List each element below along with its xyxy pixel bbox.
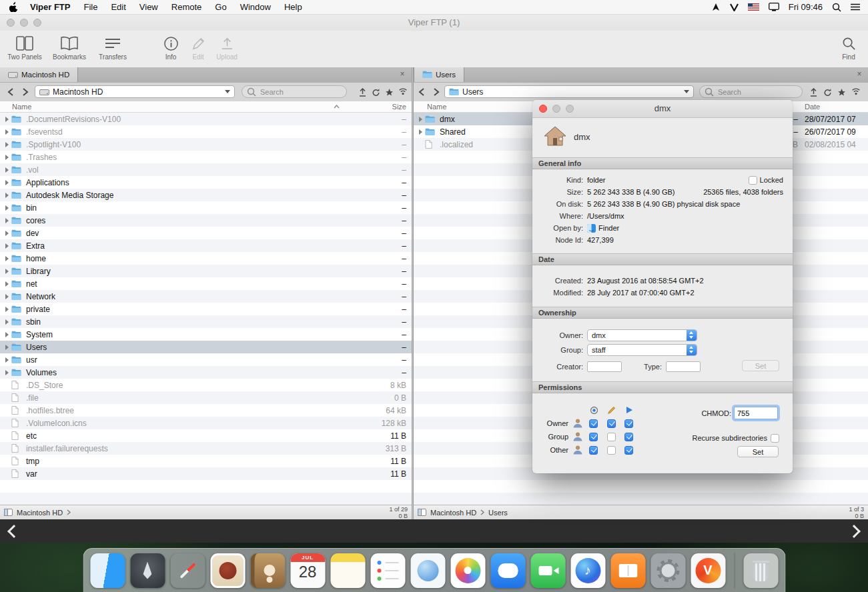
- disclosure-triangle-icon[interactable]: [5, 269, 9, 274]
- tab-users[interactable]: Users: [414, 67, 464, 82]
- right-search-field[interactable]: [699, 85, 803, 98]
- dock-trash-icon[interactable]: [743, 553, 778, 588]
- file-row[interactable]: net–: [0, 277, 412, 290]
- disclosure-triangle-icon[interactable]: [5, 243, 9, 249]
- file-row[interactable]: sbin–: [0, 315, 412, 328]
- pointer-icon[interactable]: [712, 3, 721, 11]
- column-header-name[interactable]: Name: [427, 103, 446, 111]
- us-flag-icon[interactable]: [748, 3, 759, 11]
- left-refresh-icon[interactable]: [372, 88, 380, 97]
- dialog-titlebar[interactable]: dmx: [532, 100, 793, 118]
- dock-ibooks-icon[interactable]: [610, 553, 645, 588]
- disclosure-triangle-icon[interactable]: [5, 256, 9, 261]
- notification-center-icon[interactable]: [851, 3, 860, 11]
- group-read-checkbox[interactable]: [589, 433, 598, 441]
- file-row[interactable]: .hotfiles.btree64 kB: [0, 404, 412, 417]
- disclosure-triangle-icon[interactable]: [5, 142, 9, 147]
- disclosure-triangle-icon[interactable]: [5, 332, 9, 337]
- menubar-item-file[interactable]: File: [77, 2, 104, 12]
- chmod-input[interactable]: [734, 407, 778, 419]
- displays-icon[interactable]: [769, 3, 779, 11]
- disclosure-triangle-icon[interactable]: [5, 294, 9, 299]
- owner-write-checkbox[interactable]: [607, 419, 616, 428]
- dock-itunes-icon[interactable]: [570, 553, 605, 588]
- dock-reminders-icon[interactable]: [370, 553, 405, 588]
- dock-messages-icon[interactable]: [490, 553, 525, 588]
- menubar-item-help[interactable]: Help: [278, 2, 309, 12]
- dock-app3d-icon[interactable]: [410, 553, 445, 588]
- panel-toggle-icon[interactable]: [418, 509, 426, 516]
- breadcrumb-item[interactable]: Macintosh HD: [17, 509, 63, 517]
- dialog-zoom-button[interactable]: [566, 105, 574, 113]
- window-titlebar[interactable]: Viper FTP (1): [0, 15, 868, 31]
- find-button[interactable]: Find: [835, 35, 863, 61]
- disclosure-triangle-icon[interactable]: [5, 345, 9, 350]
- dock-finder-icon[interactable]: [90, 553, 125, 588]
- file-row[interactable]: tmp11 B: [0, 455, 412, 467]
- file-row[interactable]: .fseventsd–: [0, 125, 412, 138]
- file-row[interactable]: Applications–: [0, 176, 412, 189]
- dock-mail-icon[interactable]: [210, 553, 245, 588]
- disclosure-triangle-icon[interactable]: [5, 307, 9, 312]
- file-row[interactable]: .Spotlight-V100–: [0, 138, 412, 151]
- group-execute-checkbox[interactable]: [624, 433, 633, 441]
- disclosure-triangle-icon[interactable]: [5, 281, 9, 287]
- menubar-item-remote[interactable]: Remote: [165, 2, 209, 12]
- disclosure-triangle-icon[interactable]: [5, 193, 9, 198]
- right-upload-icon[interactable]: [809, 88, 818, 97]
- breadcrumb-item[interactable]: Macintosh HD: [430, 509, 476, 517]
- owner-dropdown[interactable]: dmx: [587, 329, 697, 341]
- owner-execute-checkbox[interactable]: [624, 419, 633, 428]
- file-row[interactable]: System–: [0, 328, 412, 341]
- page-previous-chevron[interactable]: [7, 525, 21, 538]
- dock-photos-icon[interactable]: [450, 553, 485, 588]
- disclosure-triangle-icon[interactable]: [5, 231, 9, 236]
- info-button[interactable]: Info: [157, 35, 184, 61]
- menubar-item-go[interactable]: Go: [208, 2, 233, 12]
- left-remote-signal-icon[interactable]: [398, 88, 408, 96]
- disclosure-triangle-icon[interactable]: [5, 319, 9, 325]
- file-row[interactable]: dev–: [0, 227, 412, 239]
- disclosure-triangle-icon[interactable]: [5, 180, 9, 185]
- file-row[interactable]: Users–: [0, 341, 412, 353]
- file-row[interactable]: .Trashes–: [0, 151, 412, 163]
- right-remote-signal-icon[interactable]: [851, 88, 861, 96]
- apple-menu-icon[interactable]: [0, 2, 23, 12]
- bookmarks-button[interactable]: Bookmarks: [48, 35, 91, 61]
- file-row[interactable]: usr–: [0, 353, 412, 366]
- dialog-close-button[interactable]: [539, 105, 547, 113]
- disclosure-triangle-icon[interactable]: [5, 155, 9, 160]
- minimize-window-button[interactable]: [20, 19, 28, 27]
- menubar-clock[interactable]: Fri 09:46: [789, 2, 823, 12]
- file-row[interactable]: .VolumeIcon.icns128 kB: [0, 417, 412, 429]
- disclosure-triangle-icon[interactable]: [5, 167, 9, 173]
- right-tab-close-button[interactable]: ×: [855, 69, 864, 79]
- menubar-item-edit[interactable]: Edit: [104, 2, 132, 12]
- left-upload-icon[interactable]: [358, 88, 367, 97]
- right-path-dropdown[interactable]: Users: [444, 85, 694, 98]
- file-row[interactable]: Extra–: [0, 239, 412, 252]
- file-row[interactable]: home–: [0, 252, 412, 265]
- tab-macintosh-hd[interactable]: Macintosh HD: [0, 67, 78, 82]
- dock-notes-icon[interactable]: [330, 553, 365, 588]
- close-window-button[interactable]: [7, 19, 15, 27]
- viper-status-icon[interactable]: [730, 3, 739, 11]
- column-header-date[interactable]: Date: [805, 103, 820, 111]
- file-row[interactable]: .vol–: [0, 163, 412, 176]
- dock-calendar-icon[interactable]: JUL28: [290, 553, 325, 588]
- two-panels-button[interactable]: Two Panels: [4, 35, 45, 61]
- file-row[interactable]: etc11 B: [0, 429, 412, 442]
- file-row[interactable]: Library–: [0, 265, 412, 277]
- right-refresh-icon[interactable]: [823, 88, 832, 97]
- other-read-checkbox[interactable]: [589, 446, 598, 455]
- transfers-button[interactable]: Transfers: [93, 35, 132, 61]
- left-path-dropdown[interactable]: Macintosh HD: [35, 85, 235, 98]
- left-search-field[interactable]: [242, 85, 347, 98]
- left-search-input[interactable]: [259, 87, 342, 97]
- left-forward-button[interactable]: [21, 87, 29, 97]
- other-write-checkbox[interactable]: [607, 446, 616, 455]
- permissions-set-button[interactable]: Set: [737, 446, 779, 457]
- dock-contacts-icon[interactable]: [250, 553, 285, 588]
- locked-checkbox[interactable]: [749, 176, 757, 185]
- right-forward-button[interactable]: [432, 87, 440, 97]
